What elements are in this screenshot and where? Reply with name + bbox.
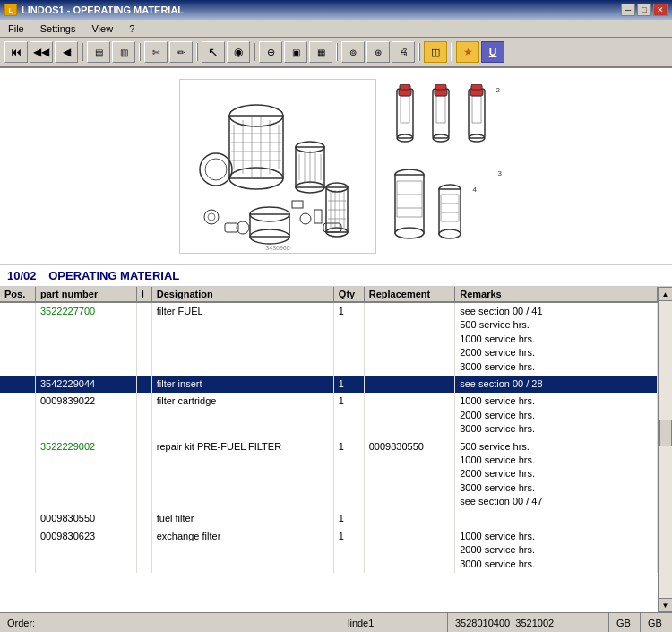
- find2-button[interactable]: ⊛: [366, 41, 390, 63]
- parts-table: Pos. part number I Designation Qty Repla…: [0, 287, 658, 573]
- svg-rect-20: [314, 210, 322, 223]
- cell-indicator: [136, 528, 151, 573]
- table-body: 3522227700 filter FUEL 1 see section 00 …: [0, 302, 658, 573]
- table-row[interactable]: 0009830623 exchange filter 1 1000 servic…: [0, 528, 658, 573]
- nav-prev-button[interactable]: ◀: [55, 41, 78, 63]
- star-button[interactable]: ★: [456, 41, 479, 63]
- cell-remarks: [455, 510, 658, 527]
- status-unit2: GB: [641, 613, 672, 632]
- cell-remarks: 1000 service hrs.2000 service hrs.3000 s…: [455, 393, 658, 437]
- section-title: OPERATING MATERIAL: [48, 269, 179, 282]
- menu-help[interactable]: ?: [125, 22, 138, 35]
- cell-remarks: 1000 service hrs.2000 service hrs.3000 s…: [455, 528, 658, 573]
- app-icon: L: [4, 4, 17, 16]
- table-row[interactable]: 3542229044 filter insert 1 see section 0…: [0, 376, 658, 393]
- separator-1: [82, 43, 83, 61]
- title-bar-controls: ─ □ ✕: [621, 4, 668, 16]
- spray-cans-top: 2: [390, 84, 493, 156]
- separator-2: [139, 43, 141, 61]
- user-value: linde1: [348, 618, 374, 628]
- menu-settings[interactable]: Settings: [37, 22, 80, 35]
- status-bar: Order: linde1 3528010400_3521002 GB GB: [0, 612, 672, 632]
- cell-designation: fuel filter: [151, 510, 333, 527]
- box2-button[interactable]: ▦: [309, 41, 332, 63]
- table-scroll-area[interactable]: Pos. part number I Designation Qty Repla…: [0, 287, 658, 612]
- table-wrapper: Pos. part number I Designation Qty Repla…: [0, 287, 672, 612]
- copy-button[interactable]: ▤: [87, 41, 110, 63]
- cell-indicator: [136, 376, 151, 393]
- col-remarks: Remarks: [455, 287, 658, 302]
- cell-remarks: see section 00 / 41500 service hrs.1000 …: [455, 302, 658, 376]
- nav-first-button[interactable]: ⏮: [4, 41, 28, 63]
- table-header: Pos. part number I Designation Qty Repla…: [0, 287, 658, 302]
- close-button[interactable]: ✕: [653, 4, 668, 16]
- main-content: 3436960 2: [0, 68, 672, 612]
- svg-point-19: [300, 213, 311, 224]
- canisters-bottom: 3 4: [390, 168, 493, 248]
- nav-prev-prev-button[interactable]: ◀◀: [30, 41, 53, 63]
- col-part-number: part number: [35, 287, 136, 302]
- cell-part-number: 0009839022: [35, 393, 136, 437]
- svg-rect-16: [250, 214, 289, 237]
- table-row[interactable]: 3522229002 repair kit PRE-FUEL FILTER 1 …: [0, 438, 658, 511]
- separator-5: [336, 43, 338, 61]
- col-indicator: I: [136, 287, 151, 302]
- cell-remarks: see section 00 / 28: [455, 376, 658, 393]
- table-row[interactable]: 3522227700 filter FUEL 1 see section 00 …: [0, 302, 658, 376]
- cell-pos: [0, 528, 35, 573]
- edit-button[interactable]: ✏: [169, 41, 193, 63]
- cell-replacement: [364, 393, 455, 437]
- cell-replacement: [364, 510, 455, 527]
- spray-can-3: [461, 84, 493, 156]
- menu-view[interactable]: View: [88, 22, 116, 35]
- svg-rect-66: [439, 189, 461, 234]
- svg-rect-1: [229, 116, 283, 178]
- box1-button[interactable]: ▣: [284, 41, 307, 63]
- cell-indicator: [136, 393, 151, 437]
- globe-button[interactable]: ◉: [227, 41, 250, 63]
- cell-designation: filter cartridge: [151, 393, 333, 437]
- menu-file[interactable]: File: [4, 22, 28, 35]
- u-button[interactable]: U: [481, 41, 504, 63]
- scroll-up-button[interactable]: ▲: [659, 287, 673, 301]
- status-user: linde1: [340, 613, 448, 632]
- svg-point-14: [205, 159, 227, 180]
- pointer-button[interactable]: ↖: [202, 41, 225, 63]
- minimize-button[interactable]: ─: [621, 4, 635, 16]
- folder-button[interactable]: ◫: [424, 41, 447, 63]
- scroll-thumb[interactable]: [659, 420, 672, 446]
- svg-rect-48: [400, 84, 410, 90]
- cut-button[interactable]: ✄: [144, 41, 168, 63]
- print-button[interactable]: 🖨: [392, 41, 415, 63]
- maximize-button[interactable]: □: [637, 4, 651, 16]
- table-row[interactable]: 0009839022 filter cartridge 1 1000 servi…: [0, 393, 658, 437]
- svg-rect-60: [395, 175, 424, 233]
- cell-qty: 1: [333, 376, 364, 393]
- paste-button[interactable]: ▥: [112, 41, 135, 63]
- scrollbar: ▲ ▼: [658, 287, 672, 612]
- cell-pos: [0, 393, 35, 437]
- table-row[interactable]: 0009830550 fuel filter 1: [0, 510, 658, 527]
- col-qty: Qty: [333, 287, 364, 302]
- order-label: Order:: [7, 618, 35, 628]
- separator-4: [254, 43, 255, 61]
- scroll-track[interactable]: [659, 301, 673, 598]
- cell-designation: repair kit PRE-FUEL FILTER: [151, 438, 333, 511]
- svg-point-13: [200, 153, 232, 186]
- cell-designation: filter insert: [151, 376, 333, 393]
- window-title: LINDOS1 - OPERATING MATERIAL: [22, 4, 184, 15]
- status-order: Order:: [0, 613, 340, 632]
- cell-replacement: [364, 302, 455, 376]
- cell-replacement: 0009830550: [364, 438, 455, 511]
- col-pos: Pos.: [0, 287, 35, 302]
- find-button[interactable]: ⊚: [341, 41, 365, 63]
- cell-pos: [0, 510, 35, 527]
- toolbar: ⏮ ◀◀ ◀ ▤ ▥ ✄ ✏ ↖ ◉ ⊕ ▣ ▦ ⊚ ⊛ 🖨 ◫ ★ U: [0, 38, 672, 68]
- col-replacement: Replacement: [364, 287, 455, 302]
- main-illustration: 3436960: [179, 79, 376, 254]
- cell-qty: 1: [333, 438, 364, 511]
- scroll-down-button[interactable]: ▼: [659, 598, 673, 612]
- svg-rect-53: [435, 84, 446, 90]
- zoom-button[interactable]: ⊕: [259, 41, 282, 63]
- separator-6: [418, 43, 420, 61]
